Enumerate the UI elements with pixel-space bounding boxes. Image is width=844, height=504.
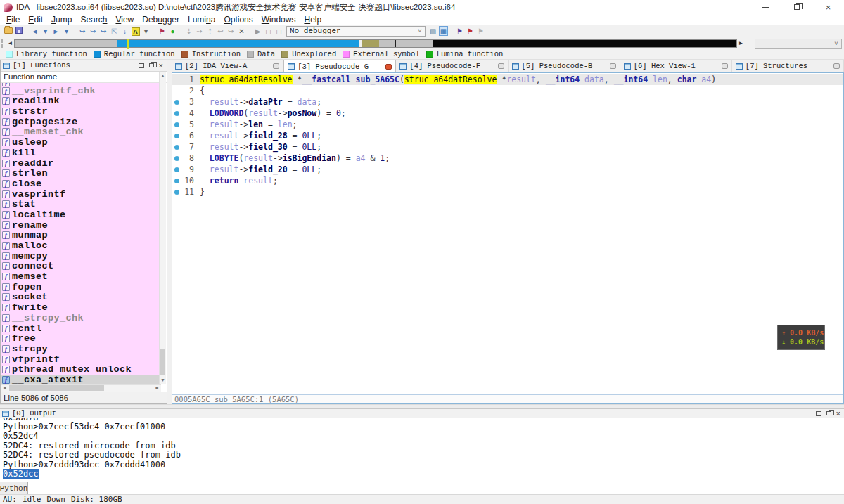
- menu-help[interactable]: Help: [300, 15, 326, 25]
- navigation-band[interactable]: [14, 39, 737, 48]
- menu-jump[interactable]: Jump: [47, 15, 76, 25]
- horizontal-splitter[interactable]: [0, 404, 844, 409]
- functions-vscrollbar[interactable]: ▲ ▼: [159, 72, 166, 384]
- scroll-right-icon[interactable]: ►: [153, 385, 161, 392]
- code-line[interactable]: 10 return result;: [172, 175, 843, 186]
- undo-icon[interactable]: ↩: [216, 26, 225, 36]
- code-line[interactable]: 11}: [172, 186, 843, 198]
- function-list-item[interactable]: fvasprintf: [1, 189, 161, 200]
- navband-segment[interactable]: [15, 40, 117, 47]
- debug-flag-blue-icon[interactable]: ⚑: [455, 26, 464, 36]
- debug-flag-red-icon[interactable]: ⚑: [466, 26, 475, 36]
- tab--6-hex-view-1[interactable]: [6] Hex View-1: [620, 60, 732, 72]
- output-line[interactable]: Python>0x7cecf53dc4-0x7cecf01000: [3, 422, 844, 432]
- function-list-item[interactable]: fstat: [1, 199, 161, 209]
- function-list-item[interactable]: fkill: [1, 148, 161, 158]
- navband-segment[interactable]: [396, 40, 433, 47]
- code-text[interactable]: result->field_30 = 0LL;: [196, 142, 321, 152]
- run-icon[interactable]: ▶: [253, 26, 262, 36]
- names-window-icon[interactable]: A: [131, 27, 140, 37]
- function-list-item[interactable]: ffopen: [1, 282, 161, 292]
- function-list-item[interactable]: flocaltime: [1, 209, 161, 220]
- attach-icon[interactable]: ▤: [428, 26, 437, 36]
- navband-segment[interactable]: [117, 40, 359, 47]
- jump-address-icon[interactable]: ↪: [78, 26, 87, 36]
- python-input[interactable]: [28, 482, 844, 494]
- menu-file[interactable]: File: [2, 15, 24, 25]
- function-list-item[interactable]: fstrlen: [1, 168, 161, 179]
- start-process-icon[interactable]: ●: [168, 26, 177, 36]
- cancel-icon[interactable]: ✕: [237, 26, 246, 36]
- function-list-item[interactable]: ffwrite: [1, 302, 161, 313]
- navband-right-arrow[interactable]: ►: [737, 39, 745, 48]
- function-list-item[interactable]: fstrcpy: [1, 344, 161, 354]
- detach-icon[interactable]: [833, 63, 840, 69]
- run-until-return-icon[interactable]: ⇡: [205, 26, 215, 36]
- vscroll-thumb[interactable]: [160, 349, 165, 375]
- debug-flag-gray-icon[interactable]: ⚑: [476, 26, 485, 36]
- code-line[interactable]: 6 result->field_28 = 0LL;: [172, 130, 843, 141]
- jump-name-icon[interactable]: ↪: [89, 26, 98, 36]
- code-line[interactable]: 9 result->field_20 = 0LL;: [172, 164, 843, 175]
- function-list-item[interactable]: fsocket: [1, 292, 161, 303]
- code-text[interactable]: result->len = len;: [196, 119, 298, 129]
- jump-down-icon[interactable]: ↓: [120, 26, 129, 36]
- python-prompt-label[interactable]: Python: [0, 482, 28, 494]
- navband-combo[interactable]: ˅: [755, 39, 842, 49]
- drag-handle[interactable]: [1, 39, 5, 48]
- function-list-item[interactable]: fclose: [1, 179, 161, 189]
- menu-windows[interactable]: Windows: [257, 15, 300, 25]
- tab--7-structures[interactable]: [7] Structures: [732, 60, 844, 72]
- scroll-left-icon[interactable]: ◄: [1, 385, 8, 392]
- function-list-item[interactable]: f__strcpy_chk: [1, 313, 161, 323]
- detach-icon[interactable]: [273, 63, 279, 69]
- function-list-item[interactable]: f__cxa_atexit: [1, 375, 161, 384]
- detach-icon[interactable]: [385, 64, 392, 70]
- output-line[interactable]: 0x52dcc: [3, 470, 844, 479]
- function-list-item[interactable]: freadlink: [1, 96, 161, 107]
- column-header-function-name[interactable]: Function name: [1, 72, 167, 83]
- function-list-item[interactable]: ffcntl: [1, 323, 161, 334]
- open-file-icon[interactable]: [4, 25, 13, 35]
- output-panel-header[interactable]: [0] Output ×: [0, 409, 844, 418]
- pause-icon[interactable]: ◻: [264, 26, 273, 36]
- code-line[interactable]: 1struc_a64datResolve *__fastcall sub_5A6…: [172, 74, 843, 85]
- step-over-icon[interactable]: ⇢: [195, 26, 204, 36]
- code-text[interactable]: result->dataPtr = data;: [196, 97, 321, 107]
- function-list-item[interactable]: fvfprintf: [1, 354, 161, 365]
- function-list-item[interactable]: fgetpagesize: [1, 117, 161, 127]
- function-list-item[interactable]: f__vsprintf_chk: [1, 86, 161, 96]
- code-text[interactable]: struc_a64datResolve *__fastcall sub_5A65…: [196, 75, 716, 84]
- jump-problem-icon[interactable]: ⇱: [110, 26, 119, 36]
- function-list-item[interactable]: fmalloc: [1, 240, 161, 251]
- function-list-item[interactable]: fstrstr: [1, 106, 161, 117]
- code-line[interactable]: 7 result->field_30 = 0LL;: [172, 141, 843, 153]
- function-list-item[interactable]: ffree: [1, 333, 161, 344]
- code-text[interactable]: return result;: [196, 176, 278, 186]
- code-line[interactable]: 4 LODWORD(result->posNow) = 0;: [172, 108, 843, 119]
- detach-icon[interactable]: [498, 63, 504, 69]
- lumina-flag-icon[interactable]: ⚑: [158, 26, 167, 36]
- stop-icon[interactable]: ◻: [274, 26, 283, 36]
- navband-segment[interactable]: [362, 40, 379, 47]
- save-icon[interactable]: [14, 25, 23, 35]
- back-icon[interactable]: ◄: [30, 26, 39, 36]
- menu-view[interactable]: View: [111, 15, 138, 25]
- output-line[interactable]: 0x52dc4: [3, 432, 844, 441]
- code-text[interactable]: }: [196, 187, 205, 197]
- code-text[interactable]: result->field_20 = 0LL;: [196, 164, 321, 174]
- redo-icon[interactable]: ↪: [226, 26, 236, 36]
- back-dropdown-icon[interactable]: ▾: [41, 26, 50, 36]
- code-text[interactable]: {: [196, 86, 205, 96]
- debugger-select[interactable]: No debugger ˅: [286, 26, 426, 37]
- menu-edit[interactable]: Edit: [24, 15, 47, 25]
- menu-debugger[interactable]: Debugger: [138, 15, 184, 25]
- function-list-item[interactable]: fmemcpy: [1, 251, 161, 261]
- function-list-item[interactable]: f__memset_chk: [1, 127, 161, 138]
- menu-lumina[interactable]: Lumina: [184, 15, 219, 25]
- maximize-icon[interactable]: [816, 411, 821, 416]
- output-console[interactable]: 0x5dd78Python>0x7cecf53dc4-0x7cecf010000…: [0, 418, 844, 482]
- menu-search[interactable]: Search: [76, 15, 111, 25]
- forward-icon[interactable]: ►: [51, 26, 60, 36]
- function-list-item[interactable]: freaddir: [1, 158, 161, 169]
